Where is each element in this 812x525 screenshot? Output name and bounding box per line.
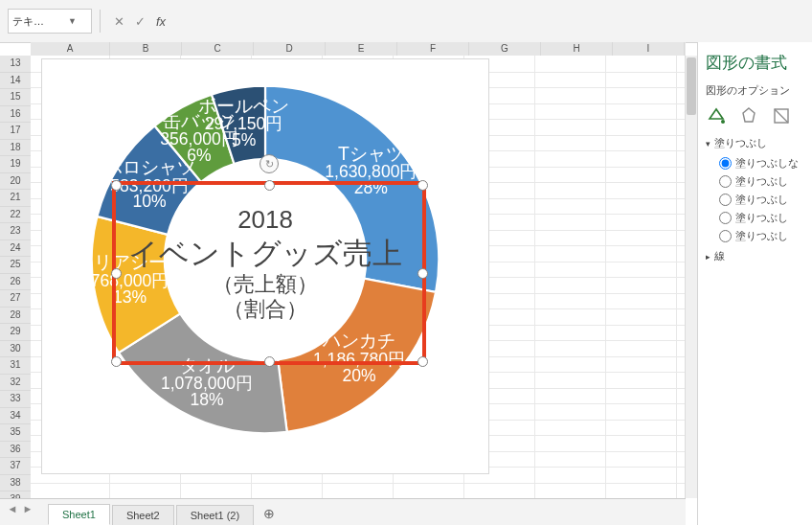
column-header[interactable]: E	[326, 42, 397, 56]
column-header[interactable]: C	[182, 42, 254, 56]
row-header[interactable]: 22	[0, 207, 31, 224]
line-section-header[interactable]: ▸線	[706, 249, 812, 263]
column-header[interactable]: D	[254, 42, 326, 56]
add-sheet-button[interactable]: ⊕	[256, 502, 282, 525]
tab-nav-next-icon[interactable]: ►	[21, 503, 34, 520]
slice-label: ポロシャツ	[104, 156, 195, 177]
cancel-icon[interactable]: ✕	[108, 11, 129, 32]
chart-center-text: （割合）	[223, 297, 307, 321]
donut-chart: Tシャツ1,630,800円28%ハンカチ1,186,780円20%タオル1,0…	[88, 82, 442, 437]
pane-subtitle: 図形のオプション	[706, 83, 812, 98]
column-header[interactable]: G	[469, 42, 541, 56]
row-header[interactable]: 16	[0, 106, 31, 124]
row-header[interactable]: 14	[0, 73, 31, 90]
vertical-scrollbar[interactable]	[685, 56, 697, 498]
column-headers: ABCDEFGHI	[31, 42, 686, 57]
fill-option[interactable]: 塗りつぶし	[719, 211, 812, 225]
sheet-tab[interactable]: Sheet1 (2)	[176, 505, 254, 525]
row-header[interactable]: 33	[0, 391, 31, 408]
expand-right-icon: ▸	[706, 252, 710, 262]
row-header[interactable]: 27	[0, 290, 31, 308]
pane-icon-row	[706, 105, 812, 126]
column-header[interactable]: A	[31, 42, 110, 56]
expand-down-icon: ▾	[706, 139, 710, 148]
selection-handle[interactable]	[417, 356, 428, 367]
slice-label: 5%	[232, 130, 256, 149]
slice-label: ボールペン	[198, 95, 289, 116]
slice-label: Tシャツ	[338, 143, 404, 164]
sheet-tab[interactable]: Sheet1	[48, 504, 110, 525]
selection-handle[interactable]	[417, 268, 428, 279]
selection-handle[interactable]	[264, 356, 275, 367]
effects-icon[interactable]	[738, 105, 759, 126]
selection-handle[interactable]	[264, 180, 275, 191]
fill-option[interactable]: 塗りつぶし	[719, 229, 812, 243]
slice-label: 6%	[187, 146, 211, 165]
row-header[interactable]: 24	[0, 240, 31, 258]
fill-line-icon[interactable]	[706, 105, 727, 126]
fill-option[interactable]: 塗りつぶしな	[719, 156, 812, 171]
row-header[interactable]: 32	[0, 375, 31, 392]
slice-label: ハンカチ	[322, 330, 395, 351]
slice-label: 28%	[354, 178, 388, 197]
column-header[interactable]: H	[541, 42, 613, 56]
row-header[interactable]: 34	[0, 408, 31, 425]
svg-point-0	[721, 120, 725, 124]
chevron-down-icon[interactable]: ▼	[50, 16, 91, 26]
row-header[interactable]: 37	[0, 458, 31, 475]
row-header[interactable]: 13	[0, 56, 31, 73]
selection-handle[interactable]	[111, 268, 122, 279]
row-header[interactable]: 18	[0, 140, 31, 157]
name-box[interactable]: テキスト ... ▼	[8, 9, 92, 34]
column-header[interactable]: I	[613, 42, 685, 56]
pane-title: 図形の書式	[706, 52, 812, 74]
chart-center-text: 2018	[237, 206, 293, 233]
slice-label: 20%	[342, 366, 375, 385]
slice-label: 18%	[190, 390, 223, 409]
scrollbar-thumb[interactable]	[687, 57, 696, 115]
chart-object[interactable]: Tシャツ1,630,800円28%ハンカチ1,186,780円20%タオル1,0…	[42, 59, 488, 473]
accept-icon[interactable]: ✓	[129, 11, 150, 32]
fill-section-header[interactable]: ▾塗りつぶし	[706, 136, 812, 150]
tab-nav-prev-icon[interactable]: ◄	[6, 503, 19, 520]
slice-label: 13%	[113, 287, 147, 307]
row-header[interactable]: 36	[0, 442, 31, 459]
format-shape-pane: 図形の書式 図形のオプション ▾塗りつぶし 塗りつぶしな塗りつぶし塗りつぶし塗り…	[697, 42, 812, 525]
slice-label: タオル	[180, 354, 235, 376]
selection-handle[interactable]	[111, 180, 122, 191]
row-headers: 1314151617181920212223242526272829303132…	[0, 56, 32, 498]
fill-option[interactable]: 塗りつぶし	[719, 193, 812, 207]
row-header[interactable]: 35	[0, 424, 31, 442]
sheet-tabs-bar: ◄ ► Sheet1Sheet2Sheet1 (2)⊕	[0, 498, 686, 525]
row-header[interactable]: 21	[0, 190, 31, 207]
row-header[interactable]: 28	[0, 308, 31, 325]
chart-center-text: イベントグッズ売上	[128, 237, 402, 269]
row-header[interactable]: 31	[0, 357, 31, 375]
fx-icon[interactable]: fx	[150, 11, 171, 32]
chart-center-text: （売上額）	[213, 272, 318, 296]
selection-handle[interactable]	[417, 180, 428, 191]
row-header[interactable]: 20	[0, 173, 31, 191]
size-icon[interactable]	[771, 105, 792, 126]
row-header[interactable]: 23	[0, 223, 31, 240]
row-header[interactable]: 17	[0, 123, 31, 140]
row-header[interactable]: 26	[0, 274, 31, 291]
row-header[interactable]: 38	[0, 475, 31, 492]
row-header[interactable]: 15	[0, 89, 31, 106]
slice-label: 10%	[132, 192, 166, 211]
sheet-tab[interactable]: Sheet2	[112, 505, 174, 525]
selection-handle[interactable]	[111, 356, 122, 367]
row-header[interactable]: 25	[0, 257, 31, 274]
name-box-value: テキスト ...	[9, 14, 50, 29]
column-header[interactable]: F	[397, 42, 469, 56]
row-header[interactable]: 19	[0, 156, 31, 173]
row-header[interactable]: 29	[0, 324, 31, 341]
formula-bar: テキスト ... ▼ ✕ ✓ fx	[0, 0, 812, 43]
fill-option[interactable]: 塗りつぶし	[719, 174, 812, 189]
column-header[interactable]: B	[110, 42, 182, 56]
worksheet-area[interactable]: Tシャツ1,630,800円28%ハンカチ1,186,780円20%タオル1,0…	[31, 56, 686, 498]
row-header[interactable]: 30	[0, 341, 31, 358]
